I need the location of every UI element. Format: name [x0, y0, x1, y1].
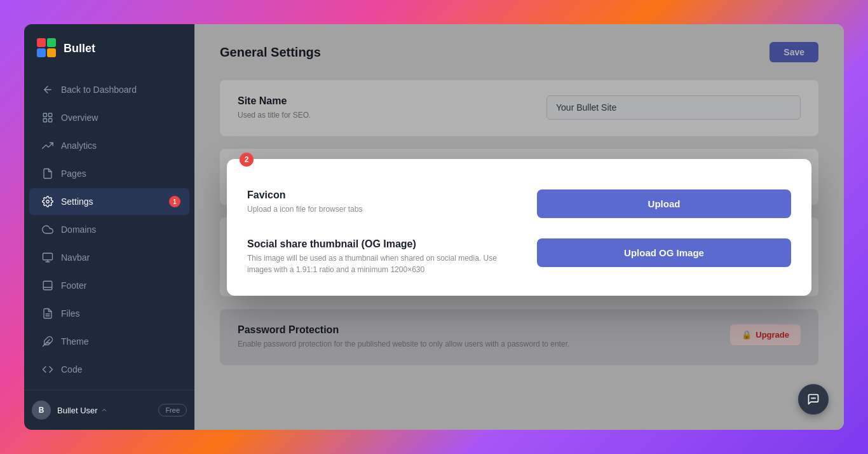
favicon-title: Favicon	[247, 189, 522, 201]
message-circle-icon	[807, 393, 820, 406]
user-info[interactable]: B Bullet User	[32, 401, 108, 420]
sidebar-footer: B Bullet User Free	[24, 390, 194, 430]
trending-up-icon	[42, 140, 53, 151]
sidebar-item-theme[interactable]: Theme	[29, 328, 189, 355]
user-avatar: B	[32, 401, 51, 420]
sidebar-logo: Bullet	[24, 24, 194, 70]
sidebar-item-files-label: Files	[61, 308, 80, 319]
favicon-info: Favicon Upload a icon file for browser t…	[247, 189, 522, 215]
svg-rect-12	[43, 281, 52, 290]
sidebar-item-back[interactable]: Back to Dashboard	[29, 76, 189, 103]
svg-point-18	[811, 398, 812, 399]
svg-point-19	[813, 398, 814, 399]
app-name: Bullet	[64, 42, 95, 55]
sidebar-item-pages[interactable]: Pages	[29, 160, 189, 187]
svg-rect-7	[49, 119, 52, 122]
svg-rect-2	[37, 48, 46, 57]
sidebar-item-overview-label: Overview	[61, 113, 98, 123]
cloud-icon	[42, 224, 53, 235]
monitor-icon	[42, 252, 53, 263]
sidebar-item-settings-label: Settings	[61, 196, 93, 207]
sidebar-item-files[interactable]: Files	[29, 300, 189, 327]
favicon-row: Favicon Upload a icon file for browser t…	[247, 179, 791, 228]
favicon-action: Upload	[537, 189, 791, 218]
settings-badge: 1	[169, 196, 180, 207]
sidebar-item-back-label: Back to Dashboard	[61, 85, 137, 95]
sidebar-item-footer-label: Footer	[61, 280, 86, 291]
arrow-left-icon	[42, 84, 53, 95]
og-image-upload-button[interactable]: Upload OG Image	[537, 238, 791, 267]
code-icon	[42, 364, 53, 375]
sidebar-item-domains[interactable]: Domains	[29, 216, 189, 243]
sidebar-item-analytics[interactable]: Analytics	[29, 132, 189, 159]
svg-point-20	[815, 398, 815, 399]
sidebar-item-theme-label: Theme	[61, 336, 89, 347]
sidebar-item-code-label: Code	[61, 364, 82, 375]
sidebar-item-footer[interactable]: Footer	[29, 272, 189, 299]
sidebar-item-settings[interactable]: Settings 1	[29, 188, 189, 215]
user-name: Bullet User	[57, 406, 108, 415]
svg-rect-6	[43, 119, 46, 122]
svg-rect-1	[47, 38, 56, 47]
og-image-action: Upload OG Image	[537, 238, 791, 267]
og-image-row: Social share thumbnail (OG Image) This i…	[247, 228, 791, 275]
modal-overlay[interactable]: 2 Favicon Upload a icon file for browser…	[194, 24, 844, 430]
main-content: General Settings Save Site Name Used as …	[194, 24, 844, 430]
favicon-desc: Upload a icon file for browser tabs	[247, 203, 522, 215]
grid-icon	[42, 112, 53, 123]
sidebar-item-domains-label: Domains	[61, 224, 96, 235]
svg-rect-9	[43, 253, 53, 260]
modal-badge: 2	[240, 153, 254, 167]
chat-button[interactable]	[798, 384, 829, 415]
bullet-logo-icon	[37, 38, 57, 58]
sidebar-navigation: Back to Dashboard Overview Analytics	[24, 70, 194, 390]
svg-rect-4	[43, 113, 46, 116]
sidebar-item-navbar[interactable]: Navbar	[29, 244, 189, 271]
sidebar-item-overview[interactable]: Overview	[29, 104, 189, 131]
footer-icon	[42, 280, 53, 291]
svg-point-8	[46, 200, 50, 203]
sidebar-item-analytics-label: Analytics	[61, 141, 97, 151]
svg-rect-5	[49, 113, 52, 116]
theme-icon	[42, 336, 53, 347]
og-image-desc: This image will be used as a thumbnail w…	[247, 252, 522, 275]
sidebar: Bullet Back to Dashboard Overview	[24, 24, 194, 430]
settings-icon	[42, 196, 53, 207]
og-image-info: Social share thumbnail (OG Image) This i…	[247, 238, 522, 275]
sidebar-item-navbar-label: Navbar	[61, 252, 90, 263]
pages-icon	[42, 168, 53, 179]
chevron-up-icon	[100, 406, 108, 414]
og-image-title: Social share thumbnail (OG Image)	[247, 238, 522, 250]
sidebar-item-pages-label: Pages	[61, 169, 86, 179]
plan-badge[interactable]: Free	[158, 404, 187, 416]
svg-rect-3	[47, 48, 56, 57]
app-container: Bullet Back to Dashboard Overview	[24, 24, 844, 430]
svg-rect-0	[37, 38, 46, 47]
files-icon	[42, 308, 53, 319]
favicon-upload-button[interactable]: Upload	[537, 189, 791, 218]
modal: 2 Favicon Upload a icon file for browser…	[227, 159, 811, 296]
sidebar-item-code[interactable]: Code	[29, 356, 189, 383]
